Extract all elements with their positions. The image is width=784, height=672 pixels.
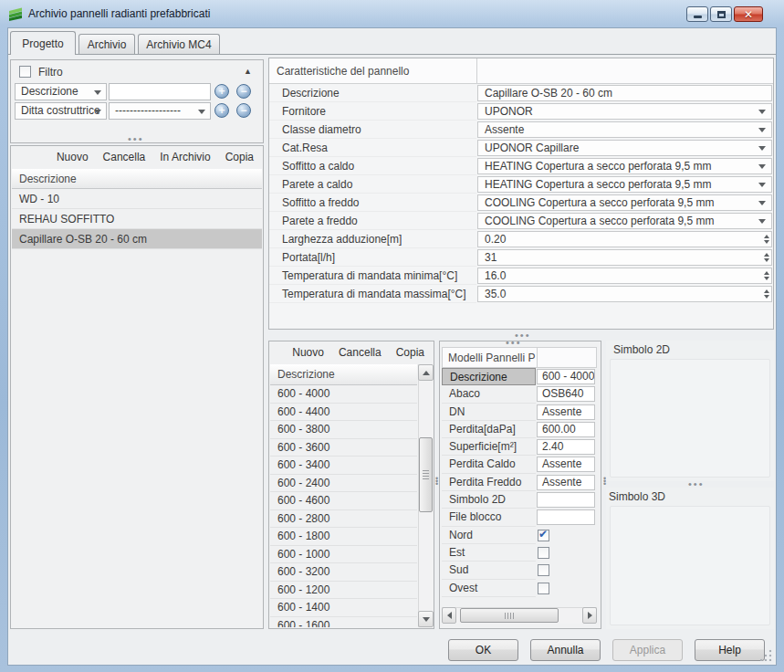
prop-field[interactable]: Capillare O-SB 20 - 60 cm	[477, 85, 772, 101]
list-item[interactable]: 600 - 4400	[270, 404, 417, 422]
list-item[interactable]: Capillare O-SB 20 - 60 cm	[12, 229, 262, 249]
model-prop-label[interactable]: File blocco	[442, 509, 536, 526]
tab-archivio[interactable]: Archivio	[78, 34, 135, 54]
model-prop-field[interactable]: 600 - 4000	[537, 369, 595, 384]
prop-combo[interactable]: COOLING Copertura a secco perforata 9,5 …	[477, 194, 772, 211]
collapse-arrow-icon[interactable]: ▲	[244, 67, 252, 76]
list-item[interactable]: 600 - 1600	[270, 617, 417, 628]
applica-button[interactable]: Applica	[612, 639, 683, 661]
spinner-down-button[interactable]	[764, 277, 769, 280]
toolbar-button-in-archivio[interactable]: In Archivio	[160, 151, 210, 163]
chevron-down-icon[interactable]	[198, 110, 205, 114]
model-prop-label[interactable]: Descrizione	[442, 368, 536, 385]
filter-field-select-1[interactable]: Descrizione	[15, 83, 107, 100]
filter-value-select[interactable]: ------------------	[109, 102, 211, 120]
list-item[interactable]: 600 - 3800	[270, 421, 417, 439]
model-prop-field[interactable]: 600.00	[537, 422, 595, 437]
list-item[interactable]: 600 - 3600	[270, 439, 417, 457]
list-item[interactable]: 600 - 1800	[270, 528, 417, 546]
scroll-up-button[interactable]	[418, 364, 434, 381]
prop-field[interactable]: 31	[477, 249, 772, 266]
chevron-down-icon[interactable]	[94, 110, 101, 114]
scroll-down-button[interactable]	[418, 611, 434, 627]
ovest-checkbox[interactable]	[538, 583, 549, 594]
model-prop-label[interactable]: Ovest	[442, 580, 536, 597]
model-prop-field[interactable]: OSB640	[537, 386, 595, 402]
model-prop-field[interactable]: Assente	[537, 457, 595, 472]
list-item[interactable]: 600 - 4000	[270, 385, 417, 404]
minimize-button[interactable]	[686, 6, 708, 22]
model-prop-label[interactable]: DN	[442, 404, 536, 421]
model-prop-field[interactable]	[537, 492, 595, 508]
maximize-button[interactable]	[710, 6, 732, 22]
chevron-down-icon[interactable]	[758, 201, 766, 205]
spinner-down-button[interactable]	[764, 295, 769, 299]
prop-combo[interactable]: COOLING Copertura a secco perforata 9,5 …	[477, 213, 772, 229]
chevron-down-icon[interactable]	[758, 146, 766, 151]
chevron-down-icon[interactable]	[758, 164, 766, 169]
spinner-up-button[interactable]	[764, 271, 769, 275]
list-item[interactable]: 600 - 1000	[270, 546, 417, 564]
splitter-handle[interactable]: •••	[688, 481, 705, 487]
toolbar-button-nuovo[interactable]: Nuovo	[57, 151, 89, 163]
splitter-handle[interactable]: •••	[128, 136, 144, 142]
remove-filter-button[interactable]: −	[236, 84, 251, 99]
model-prop-field[interactable]: Assente	[537, 404, 595, 420]
toolbar-button-nuovo[interactable]: Nuovo	[292, 346, 324, 359]
list-item[interactable]: 600 - 4600	[270, 492, 417, 510]
prop-combo[interactable]: HEATING Copertura a secco perforata 9,5 …	[477, 176, 772, 193]
toolbar-button-cancella[interactable]: Cancella	[339, 346, 382, 359]
list-item[interactable]: 600 - 2400	[270, 475, 417, 493]
spinner-up-button[interactable]	[764, 289, 769, 293]
model-prop-label[interactable]: Perdita Freddo	[442, 474, 536, 491]
annulla-button[interactable]: Annulla	[530, 639, 601, 661]
prop-combo[interactable]: UPONOR	[477, 103, 772, 120]
filter-checkbox[interactable]	[19, 66, 31, 78]
splitter-handle[interactable]: •••	[506, 340, 522, 345]
help-button[interactable]: Help	[695, 639, 765, 661]
model-prop-label[interactable]: Sud	[442, 562, 536, 579]
model-prop-label[interactable]: Perdita Caldo	[442, 456, 536, 473]
spinner-down-button[interactable]	[764, 240, 769, 244]
ok-button[interactable]: OK	[448, 639, 518, 661]
list-item[interactable]: 600 - 1200	[270, 582, 417, 600]
model-prop-label[interactable]: Simbolo 2D	[442, 491, 536, 509]
prop-field[interactable]: 0.20	[477, 231, 772, 247]
chevron-down-icon[interactable]	[94, 90, 101, 95]
model-prop-label[interactable]: Perdita[daPa]	[442, 421, 536, 438]
list-item[interactable]: 600 - 1400	[270, 599, 417, 617]
model-prop-label[interactable]: Nord	[442, 527, 536, 544]
model-prop-label[interactable]: Abaco	[442, 385, 536, 403]
spinner-up-button[interactable]	[764, 235, 769, 238]
list-item[interactable]: 600 - 3200	[270, 563, 417, 582]
model-prop-label[interactable]: Est	[442, 544, 536, 562]
model-prop-field[interactable]: 2.40	[537, 439, 595, 455]
est-checkbox[interactable]	[538, 547, 549, 559]
scrollbar-thumb[interactable]	[460, 608, 559, 623]
add-filter-button[interactable]: +	[214, 103, 229, 118]
title-bar[interactable]: Archivio pannelli radianti prefabbricati…	[0, 0, 784, 27]
scroll-left-button[interactable]	[442, 607, 456, 624]
filter-value-input[interactable]	[109, 83, 211, 100]
prop-field[interactable]: 35.0	[477, 286, 772, 302]
list-item[interactable]: 600 - 3400	[270, 457, 417, 475]
scroll-right-button[interactable]	[582, 607, 597, 624]
sud-checkbox[interactable]	[538, 564, 549, 576]
scrollbar-thumb[interactable]	[419, 437, 433, 512]
splitter-handle[interactable]: •••	[435, 478, 438, 486]
spinner-down-button[interactable]	[764, 258, 769, 262]
close-button[interactable]: ✕	[734, 6, 763, 22]
add-filter-button[interactable]: +	[214, 84, 229, 99]
filter-field-select-2[interactable]: Ditta costruttrice	[15, 102, 107, 120]
toolbar-button-copia[interactable]: Copia	[225, 151, 254, 163]
chevron-down-icon[interactable]	[758, 183, 766, 187]
tab-progetto[interactable]: Progetto	[10, 31, 76, 55]
chevron-down-icon[interactable]	[758, 219, 766, 224]
resize-grip[interactable]	[760, 649, 772, 661]
chevron-down-icon[interactable]	[758, 128, 766, 132]
remove-filter-button[interactable]: −	[236, 103, 251, 118]
tab-archivio-mc4[interactable]: Archivio MC4	[138, 34, 220, 54]
model-prop-field[interactable]: Assente	[537, 475, 595, 490]
toolbar-button-cancella[interactable]: Cancella	[103, 151, 146, 163]
spinner-up-button[interactable]	[764, 253, 769, 257]
